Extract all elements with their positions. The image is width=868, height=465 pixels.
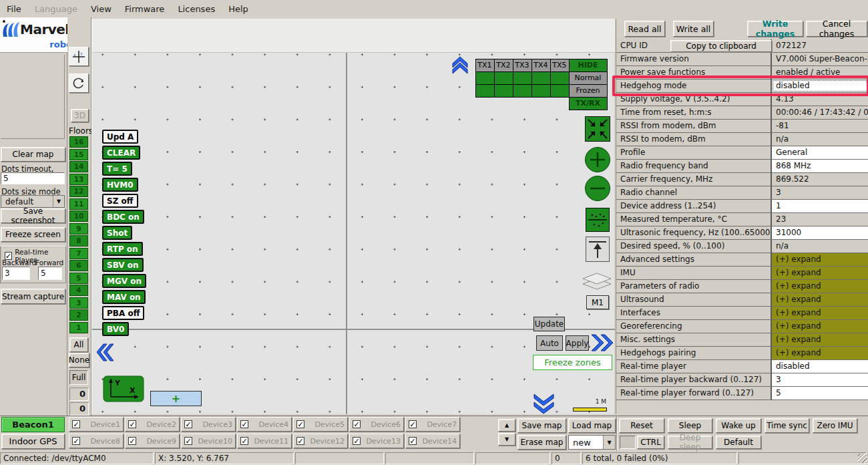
device-toggle[interactable]: ✓ Device14 [405,434,460,448]
cancel-changes-button[interactable]: Cancel changes [806,21,867,37]
zoom-out-button[interactable] [585,176,610,201]
pan-down-icon[interactable] [533,393,555,414]
device-toggle[interactable]: ✓ Device12 [293,434,348,448]
auto-button[interactable]: Auto [536,335,563,351]
floor-button[interactable]: 4 [69,285,88,296]
setting-value[interactable]: (+) expand [772,320,868,333]
map-side-button[interactable]: SZ off [102,194,138,208]
setting-value[interactable]: (+) expand [772,253,868,266]
floor-button[interactable]: 1 [69,322,88,333]
tx-txrx-button[interactable]: TX/RX [569,97,608,110]
tx-cell[interactable] [513,84,532,98]
device-checkbox[interactable]: ✓ [184,420,192,428]
devices-scroll-down-button[interactable]: ▼ [498,433,515,446]
floor-button[interactable]: 14 [69,161,88,172]
menu-licenses[interactable]: Licenses [171,1,222,17]
device-checkbox[interactable]: ✓ [240,437,248,445]
menu-file[interactable]: File [0,1,28,17]
setting-value[interactable]: 23 [772,213,868,226]
apply-button[interactable]: Apply [566,335,589,351]
map-side-button[interactable]: Shot [102,226,132,240]
setting-value[interactable]: (+) expand [772,293,868,306]
tx-cell[interactable] [531,84,551,98]
tx2-header[interactable]: TX2 [494,59,513,72]
axis-reset-button[interactable]: xY [69,47,89,66]
chevron-down-icon[interactable]: ▼ [53,196,64,207]
device-toggle[interactable]: ✓ Device2 [125,417,180,432]
device-checkbox[interactable]: ✓ [184,437,192,445]
floor-button[interactable]: 8 [69,235,88,247]
floor-button[interactable]: 11 [69,198,88,210]
stream-capture-button[interactable]: Stream capture [1,289,65,304]
floor-button[interactable]: 7 [69,248,88,259]
setting-value[interactable]: disabled [772,360,868,373]
menu-firmware[interactable]: Firmware [118,1,172,17]
map-side-button[interactable]: MAV on [102,290,146,304]
device-checkbox[interactable]: ✓ [296,420,304,428]
map-side-button[interactable]: MGV on [102,274,146,288]
update-button[interactable]: Update [533,317,565,331]
pan-up-icon[interactable] [451,55,469,74]
read-all-button[interactable]: Read all [624,21,665,37]
map-side-button[interactable]: SBV on [102,258,144,272]
floors-all-button[interactable]: All [69,337,88,352]
map-side-button[interactable]: HVM0 [102,178,138,192]
floor-button[interactable]: 16 [69,136,88,148]
sleep-button[interactable]: Sleep [668,418,712,433]
menu-view[interactable]: View [84,1,118,17]
beacon1-tab[interactable]: Beacon1 [1,417,65,432]
tx3-header[interactable]: TX3 [513,59,532,72]
setting-value[interactable]: (+) expand [772,267,868,279]
save-screenshot-button[interactable]: Save screenshot [1,208,65,223]
forward-input[interactable]: 5 [38,267,62,280]
tx-cell[interactable] [494,71,513,85]
setting-value[interactable]: 868 MHz [772,160,868,172]
freeze-screen-button[interactable]: Freeze screen [1,227,65,242]
copy-to-clipboard-button[interactable]: Copy to clipboard [670,40,772,52]
write-all-button[interactable]: Write all [673,21,714,37]
tx-cell[interactable] [475,84,495,98]
device-checkbox[interactable]: ✓ [296,437,304,445]
setting-value[interactable]: n/a [772,133,868,146]
device-toggle[interactable]: ✓ Device9 [125,434,180,448]
ctrl-checkbox[interactable] [620,436,636,449]
show-dots-button[interactable] [586,208,610,232]
setting-value[interactable]: V7.000i Super-Beacon-2 [772,53,868,65]
menu-help[interactable]: Help [222,1,255,17]
write-changes-button[interactable]: Write changes [747,21,803,37]
m1-button[interactable]: M1 [586,295,609,309]
floor-button[interactable]: 15 [69,149,88,160]
floors-full-button[interactable]: Full [69,370,88,385]
setting-value[interactable]: 3 [772,186,868,199]
tx-cell[interactable] [550,84,570,98]
setting-value[interactable]: General [772,146,868,159]
setting-value[interactable]: (+) expand [772,280,868,293]
device-checkbox[interactable]: ✓ [409,437,417,445]
device-toggle[interactable]: ✓ Device10 [181,434,236,448]
device-toggle[interactable]: ✓ Device7 [405,417,460,432]
device-checkbox[interactable]: ✓ [72,437,80,445]
time-sync-button[interactable]: Time sync [765,418,809,433]
setting-value[interactable]: 869.522 [772,173,868,186]
axes-orientation-icon[interactable]: Y X [103,375,144,402]
map-side-button[interactable]: BV0 [102,322,129,336]
device-toggle[interactable]: ✓ Device5 [293,417,348,432]
3d-view-button[interactable]: 3D [71,109,89,122]
setting-value[interactable]: 00:00:46 / 17:43:42 / 0 [772,106,868,119]
device-checkbox[interactable]: ✓ [72,420,80,428]
setting-value[interactable]: -81 [772,120,868,132]
tx-cell[interactable] [475,71,495,85]
ctrl-button[interactable]: CTRL [637,436,664,449]
setting-value[interactable]: n/a [772,240,868,253]
device-toggle[interactable]: ✓ Device1 [69,417,124,432]
move-to-top-button[interactable] [586,237,610,262]
setting-value[interactable]: enabled / active [772,66,868,79]
floor-button[interactable]: 13 [69,174,88,185]
map-side-button[interactable]: Upd A [102,130,138,144]
erase-map-button[interactable]: Erase map [517,435,566,450]
pan-right-icon[interactable] [590,333,613,352]
wake-up-button[interactable]: Wake up [716,418,761,433]
save-map-button[interactable]: Save map [517,418,566,433]
map-side-button[interactable]: T= 5 [102,162,132,176]
device-checkbox[interactable]: ✓ [240,420,248,428]
